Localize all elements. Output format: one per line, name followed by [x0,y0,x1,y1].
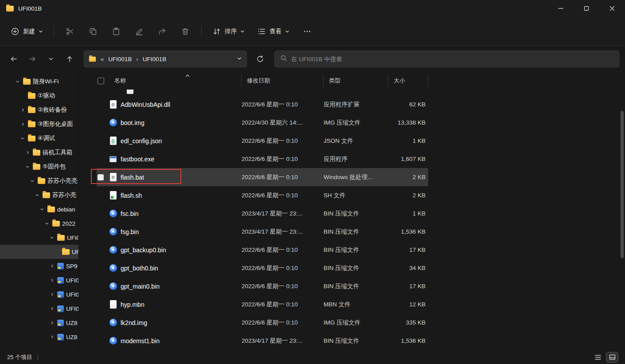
file-name[interactable]: fastboot.exe [121,156,242,163]
tree-item[interactable]: › UFI0 [0,301,78,316]
tree-item[interactable]: › ⑤固件包 [0,160,78,174]
tree-item[interactable]: › 2022 [0,216,78,231]
breadcrumb-prefix[interactable]: « [100,56,105,63]
column-header-size[interactable]: 大小 [388,75,428,86]
file-name[interactable]: edl_config.json [121,137,242,145]
file-row[interactable]: modemst1.bin 2023/4/17 星期一 23:... BIN 压缩… [97,332,428,350]
file-icon [127,90,133,94]
close-button[interactable] [599,0,625,17]
file-row[interactable]: lk2nd.img 2022/6/6 星期一 0:10 IMG 压缩文件 335… [97,313,428,332]
file-name[interactable]: gpt_backup0.bin [121,247,242,254]
tree-item[interactable]: › ③图形化桌面 [0,117,78,131]
tree-item[interactable]: › ④调试 [0,131,78,145]
tree-chevron-icon[interactable]: › [15,79,22,85]
tree-item[interactable]: › UFI0 [0,287,78,301]
tree-item[interactable]: › UZ8 [0,330,78,344]
tree-chevron-icon[interactable]: › [24,164,31,170]
maximize-button[interactable] [574,0,599,17]
more-button[interactable] [297,23,318,40]
sort-button[interactable]: 排序 [207,23,250,40]
file-row[interactable]: gpt_both0.bin 2022/6/6 星期一 0:10 BIN 压缩文件… [97,259,428,277]
tree-chevron-icon[interactable]: › [20,106,26,113]
tree-chevron-icon[interactable]: › [25,149,31,156]
tree-chevron-icon[interactable]: › [44,221,51,227]
new-button[interactable]: 新建 [5,23,48,40]
json-file-icon: {} [109,137,117,145]
tree-chevron-icon[interactable]: › [49,276,55,283]
tree-chevron-icon[interactable]: › [49,235,56,241]
back-button[interactable] [6,51,22,67]
search-input[interactable] [291,56,613,63]
minimize-button[interactable] [548,0,574,17]
tree-item[interactable]: › 随身Wi-Fi [0,74,78,89]
file-name[interactable]: lk2nd.img [121,319,242,326]
tree-item[interactable]: › UZ8 [0,316,78,330]
tree-item[interactable]: › 苏苏小亮亮 [0,174,78,188]
file-name[interactable]: gpt_main0.bin [121,283,242,290]
delete-button[interactable] [175,23,196,40]
column-header-type[interactable]: 类型 [324,75,388,86]
tree-chevron-icon[interactable]: › [49,305,55,312]
details-view-toggle[interactable] [592,352,604,362]
tree-chevron-icon[interactable]: › [29,178,36,184]
disc-file-icon [109,246,117,254]
tree-chevron-icon[interactable]: › [20,136,27,141]
file-row[interactable]: fsg.bin 2023/4/17 星期一 23:... BIN 压缩文件 1,… [97,223,428,241]
file-name[interactable]: flash.sh [121,192,242,199]
search-bar[interactable] [274,51,619,67]
file-name[interactable]: boot.img [121,119,242,126]
file-row[interactable]: boot.img 2022/4/30 星期六 14:... IMG 压缩文件 1… [97,114,428,132]
file-name[interactable]: hyp.mbn [121,301,242,308]
tree-item[interactable]: › 搞机工具箱 [0,145,78,160]
vertical-scrollbar[interactable] [621,111,624,258]
cut-button[interactable] [59,23,81,40]
tree-chevron-icon[interactable]: › [49,333,55,340]
tree-chevron-icon[interactable]: › [49,290,55,297]
forward-button[interactable] [24,51,40,67]
file-row[interactable]: gpt_backup0.bin 2022/6/6 星期一 0:10 BIN 压缩… [97,241,428,259]
tree-chevron-icon[interactable]: › [34,192,41,198]
recent-locations-button[interactable] [43,51,59,67]
tree-chevron-icon[interactable]: › [49,319,55,326]
tree-chevron-icon[interactable]: › [39,207,46,212]
tree-item[interactable]: › ②救砖备份 [0,103,78,117]
tree-item[interactable]: › ①驱动 [0,89,78,103]
file-row[interactable]: {} edl_config.json 2022/6/6 星期一 0:10 JSO… [97,132,428,150]
tree-item[interactable]: › SP9 [0,259,78,273]
file-row[interactable]: ⚙ flash.bat 2022/6/6 星期一 0:10 Windows 批处… [97,168,428,186]
share-button[interactable] [152,23,173,40]
tree-item[interactable]: › UF [0,245,78,259]
folder-icon [43,192,50,198]
column-header-date[interactable]: 修改日期 [242,75,324,86]
column-header-name[interactable]: 名称 [109,75,242,86]
breadcrumb-item[interactable]: UFI001B [143,56,166,63]
tree-chevron-icon[interactable]: › [20,120,26,127]
file-row[interactable]: ⚙ AdbWinUsbApi.dll 2022/6/6 星期一 0:10 应用程… [97,95,428,114]
refresh-button[interactable] [252,51,268,67]
file-row[interactable]: hyp.mbn 2022/6/6 星期一 0:10 MBN 文件 12 KB [97,295,428,313]
file-name[interactable]: gpt_both0.bin [121,265,242,272]
rename-button[interactable] [129,23,150,40]
file-row[interactable]: fsc.bin 2023/4/17 星期一 23:... BIN 压缩文件 1 … [97,204,428,223]
paste-button[interactable] [105,23,127,40]
tree-item[interactable]: › UFI0 [0,231,78,245]
file-name[interactable]: fsc.bin [121,210,242,217]
address-dropdown-icon[interactable] [237,55,242,63]
file-name[interactable]: fsg.bin [121,228,242,235]
tree-item[interactable]: › debian [0,202,78,216]
large-icons-view-toggle[interactable] [606,352,618,362]
select-all-checkbox[interactable] [98,78,104,84]
tree-item[interactable]: › 苏苏小亮 [0,188,78,202]
view-button[interactable]: 查看 [252,23,295,40]
file-name[interactable]: modemst1.bin [121,337,242,344]
copy-button[interactable] [82,23,104,40]
up-button[interactable] [62,51,78,67]
breadcrumb[interactable]: « UFI001B › UFI001B [84,51,247,67]
file-row[interactable]: gpt_main0.bin 2022/6/6 星期一 0:10 BIN 压缩文件… [97,277,428,295]
file-row[interactable]: flash.sh 2022/6/6 星期一 0:10 SH 文件 2 KB [97,186,428,204]
file-name[interactable]: AdbWinUsbApi.dll [121,101,242,108]
breadcrumb-item[interactable]: UFI001B [108,56,132,63]
tree-item[interactable]: › UFI0 [0,273,78,287]
file-row[interactable]: fastboot.exe 2022/6/6 星期一 0:10 应用程序 1,60… [97,150,428,168]
tree-chevron-icon[interactable]: › [49,262,55,269]
